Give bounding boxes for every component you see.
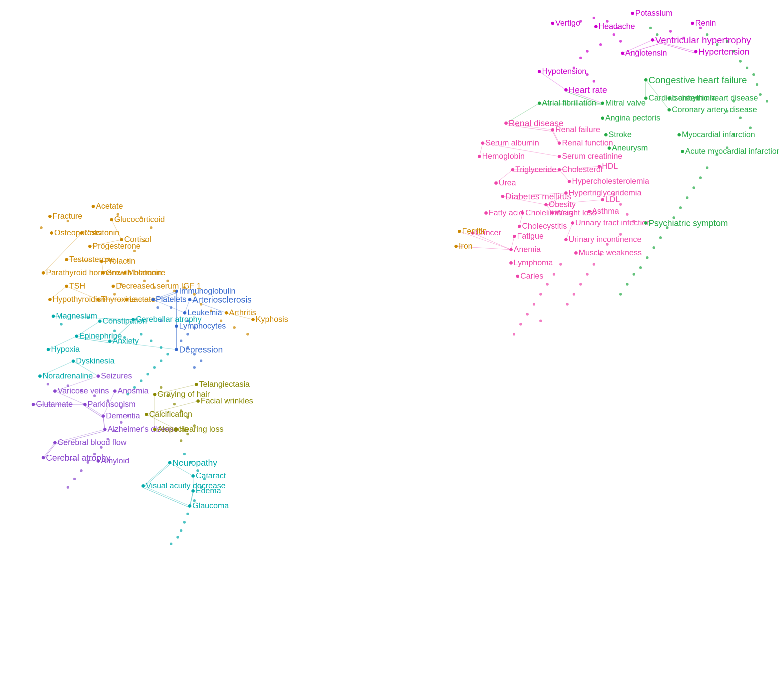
node-label-myocardial_infarction: Myocardial infarction <box>682 130 755 139</box>
scatter-dot <box>606 243 609 246</box>
scatter-dot <box>80 390 83 392</box>
scatter-dot <box>612 33 615 36</box>
scatter-dot <box>203 478 206 480</box>
scatter-dot <box>187 513 189 515</box>
scatter-dot <box>246 333 249 335</box>
node-label-fatty_acid: Fatty acid <box>489 208 523 217</box>
node-dot-facial_wrinkles <box>197 400 200 403</box>
scatter-dot <box>619 233 622 236</box>
node-dot-glaucoma <box>188 504 192 508</box>
node-dot-triglyceride <box>511 168 514 172</box>
node-dot-lactate <box>125 298 128 301</box>
node-label-cerebral_blood_flow: Cerebral blood flow <box>58 438 127 447</box>
scatter-dot <box>732 133 735 136</box>
scatter-dot <box>233 326 236 329</box>
scatter-dot <box>626 213 629 216</box>
scatter-dot <box>716 153 719 156</box>
scatter-dot <box>732 100 735 103</box>
scatter-dot <box>649 27 652 29</box>
node-dot-kyphosis <box>251 318 255 321</box>
scatter-dot <box>167 353 169 355</box>
scatter-dot <box>147 373 149 375</box>
scatter-dot <box>150 340 152 342</box>
node-dot-edema <box>192 489 195 493</box>
scatter-dot <box>200 303 202 305</box>
node-label-platelets: Platelets <box>156 295 187 304</box>
scatter-dot <box>669 30 672 33</box>
node-dot-tsh <box>65 285 68 288</box>
scatter-dot <box>652 246 655 249</box>
node-label-serum_creatinine: Serum creatinine <box>562 152 622 161</box>
scatter-dot <box>120 406 122 409</box>
scatter-dot <box>619 293 622 296</box>
node-label-urinary_tract_infection: Urinary tract infection <box>575 218 651 227</box>
scatter-dot <box>180 340 182 342</box>
scatter-dot <box>686 197 689 199</box>
scatter-dot <box>692 187 695 189</box>
node-dot-urinary_incontinence <box>564 238 567 241</box>
node-label-anemia: Anemia <box>514 245 540 254</box>
node-dot-hypothyroidism <box>48 298 52 301</box>
node-dot-progesterone <box>88 245 92 248</box>
scatter-dot <box>140 217 142 219</box>
node-dot-varicose_veins <box>53 390 57 393</box>
node-label-hdl: HDL <box>602 162 618 171</box>
node-label-hypertension: Hypertension <box>699 47 749 57</box>
node-dot-angina_pectoris <box>601 117 604 120</box>
node-label-neuropathy: Neuropathy <box>172 458 217 468</box>
node-dot-vertigo <box>551 22 554 25</box>
scatter-dot <box>47 383 49 385</box>
node-dot-osteoporosis <box>50 231 53 235</box>
node-dot-congestive_heart_failure <box>644 78 647 82</box>
node-dot-constipation <box>98 320 102 323</box>
scatter-dot <box>586 273 589 276</box>
scatter-dot <box>107 438 109 440</box>
node-dot-hypotension <box>538 70 541 73</box>
scatter-dot <box>200 486 202 488</box>
scatter-dot <box>599 253 602 256</box>
scatter-dot <box>67 486 69 488</box>
scatter-dot <box>180 529 182 532</box>
scatter-dot <box>539 320 542 322</box>
scatter-dot <box>160 360 162 362</box>
scatter-dot <box>140 333 142 335</box>
scatter-dot <box>73 478 76 480</box>
scatter-dot <box>586 73 589 76</box>
scatter-dot <box>513 333 515 335</box>
scatter-dot <box>592 263 595 266</box>
scatter-dot <box>160 346 162 349</box>
node-dot-acute_myocardial_infarction <box>681 150 684 153</box>
node-label-urinary_incontinence: Urinary incontinence <box>569 235 642 244</box>
node-label-dementia: Dementia <box>106 411 140 420</box>
scatter-dot <box>519 323 522 325</box>
scatter-dot <box>60 323 63 325</box>
scatter-dot <box>67 385 69 387</box>
node-dot-renal_failure <box>551 128 554 132</box>
node-dot-magnesium <box>52 315 55 318</box>
node-label-kyphosis: Kyphosis <box>256 315 288 324</box>
node-dot-ferritin <box>458 230 461 233</box>
node-label-vertigo: Vertigo <box>555 18 580 28</box>
node-dot-prolactin <box>100 260 103 263</box>
node-dot-lymphoma <box>509 261 513 265</box>
node-label-fracture: Fracture <box>53 212 82 221</box>
node-dot-cholesterol <box>558 168 561 172</box>
node-dot-potassium <box>631 12 634 15</box>
scatter-dot <box>220 320 222 322</box>
node-dot-iron <box>454 245 458 248</box>
node-dot-epinephrine <box>75 335 78 338</box>
node-label-renin: Renin <box>695 18 716 28</box>
node-dot-dementia <box>102 414 105 418</box>
scatter-dot <box>143 280 146 282</box>
scatter-dot <box>746 67 748 69</box>
node-dot-stroke <box>604 133 607 137</box>
node-label-obesity: Obesity <box>549 200 575 209</box>
node-label-acute_myocardial_infarction: Acute myocardial infarction <box>685 147 779 156</box>
node-label-lymphoma: Lymphoma <box>514 258 553 267</box>
node-dot-serum_albumin <box>481 142 484 145</box>
scatter-dot <box>646 256 649 259</box>
node-label-tsh: TSH <box>69 281 85 291</box>
node-dot-lymphocytes <box>175 325 178 328</box>
node-label-arthritis: Arthritis <box>229 308 256 317</box>
node-dot-noradrenaline <box>38 375 42 378</box>
